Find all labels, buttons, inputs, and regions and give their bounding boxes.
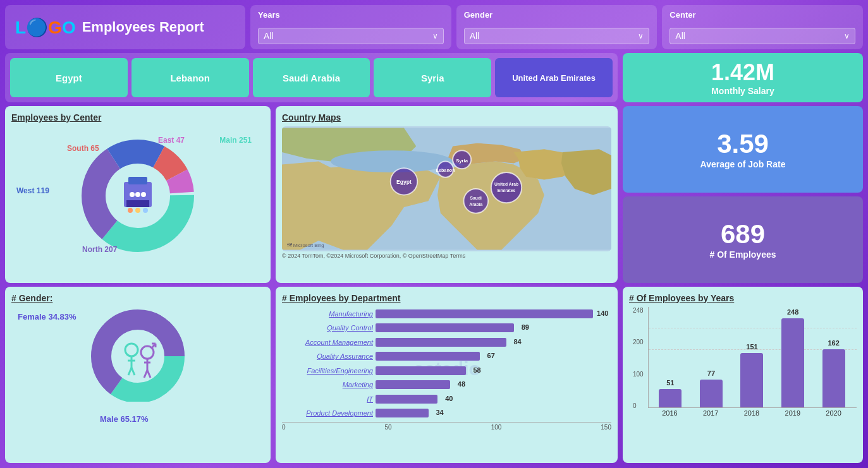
bar-track: 67	[376, 352, 609, 361]
bar-value: 89	[522, 323, 529, 331]
logo-l: L	[15, 18, 26, 37]
bar-label: Quality Assurance	[284, 352, 373, 360]
bar-value: 40	[445, 395, 453, 402]
logo-title: L🔵GO Employees Report	[5, 5, 245, 49]
y-248: 248	[633, 307, 644, 314]
tab-syria[interactable]: Syria	[374, 58, 491, 97]
bar-row: Quality Assurance67	[284, 350, 609, 363]
dept-chart-title: # Employees by Department	[282, 293, 611, 303]
svg-text:Lebanon: Lebanon	[436, 167, 455, 173]
tab-saudi-arabia[interactable]: Saudi Arabia	[253, 58, 370, 97]
svg-text:Emirates: Emirates	[498, 188, 516, 193]
gender-label: Gender	[464, 10, 650, 20]
tab-uae[interactable]: United Arab Emirates	[495, 58, 613, 97]
col-chart-inner: 5177151248162	[648, 307, 857, 408]
bar-row: Facilities/Engineering58	[284, 364, 609, 377]
avg-job-rate-card: 3.59 Average of Job Rate	[623, 106, 863, 193]
svg-point-25	[464, 189, 489, 213]
gender-filter[interactable]: Gender All ∨	[456, 5, 657, 49]
bar-row: Manufacturing140	[284, 308, 609, 320]
bar-fill: 40	[376, 395, 437, 404]
svg-text:United Arab: United Arab	[494, 182, 518, 186]
gender-title: # Gender:	[11, 293, 264, 303]
label-south: South 65	[67, 144, 99, 153]
svg-point-12	[135, 208, 140, 213]
center-donut-area: East 47 South 65 West 119 Main 251 North…	[11, 126, 264, 259]
country-map-card: Country Maps	[276, 106, 618, 283]
map-title: Country Maps	[282, 112, 611, 123]
col-bar-value: 162	[828, 339, 839, 347]
dept-chart-area: ostadio Manufacturing140Quality Control8…	[282, 307, 611, 431]
bar-track: 89	[376, 323, 609, 332]
num-employees-value: 689	[721, 219, 765, 249]
svg-text:Arabia: Arabia	[469, 202, 482, 207]
years-value: All	[264, 31, 274, 41]
bar-track: 40	[376, 395, 609, 404]
col-group: 151	[734, 307, 770, 407]
label-east: East 47	[158, 136, 185, 145]
svg-text:Saudi: Saudi	[470, 196, 482, 200]
bar-fill: 48	[376, 380, 450, 389]
svg-text:Egypt: Egypt	[396, 179, 412, 185]
yearly-chart-area: 248 200 100 0 5177151248162 201620172018…	[629, 307, 857, 424]
svg-point-13	[143, 208, 148, 213]
years-filter[interactable]: Years All ∨	[250, 5, 451, 49]
map-footer: © 2024 TomTom, ©2024 Microsoft Corporati…	[282, 253, 611, 259]
col-x-label: 2020	[816, 409, 852, 417]
bar-label: Product Development	[284, 409, 373, 417]
country-row: Egypt Lebanon Saudi Arabia Syria United …	[5, 53, 863, 102]
avg-job-rate-label: Average of Job Rate	[700, 159, 786, 169]
dashboard: L🔵GO Employees Report Years All ∨ Gender…	[5, 5, 863, 463]
tab-egypt[interactable]: Egypt	[10, 58, 128, 97]
app-title: Employees Report	[82, 19, 204, 35]
col-bar-value: 248	[787, 308, 798, 316]
header-row: L🔵GO Employees Report Years All ∨ Gender…	[5, 5, 863, 49]
center-filter[interactable]: Center All ∨	[662, 5, 863, 49]
bar-fill: 89	[376, 323, 514, 332]
center-chevron-icon: ∨	[844, 32, 850, 40]
bar-row: Account Management84	[284, 336, 609, 349]
svg-text:Syria: Syria	[456, 158, 468, 164]
axis-150: 150	[601, 424, 611, 431]
gender-chevron-icon: ∨	[638, 32, 644, 40]
col-chart-bars: 5177151248162	[652, 307, 852, 407]
center-select[interactable]: All ∨	[669, 28, 855, 44]
svg-rect-6	[128, 177, 147, 184]
col-x-label: 2018	[734, 409, 770, 417]
male-label: Male 65.17%	[100, 414, 149, 424]
y-200: 200	[633, 339, 644, 345]
num-employees-card: 689 # Of Employees	[623, 196, 863, 283]
center-label: Center	[669, 10, 855, 20]
bar-fill: 34	[376, 409, 429, 417]
years-select[interactable]: All ∨	[258, 28, 444, 44]
bar-row: IT40	[284, 393, 609, 405]
bar-track: 48	[376, 380, 609, 389]
female-label: Female 34.83%	[18, 312, 76, 321]
yearly-chart-card: # Of Employees by Years 248 200 100 0 51…	[623, 287, 863, 464]
label-west: West 119	[16, 186, 49, 195]
map-area: Egypt Syria Lebanon United Arab Emirates…	[282, 126, 611, 251]
tab-lebanon[interactable]: Lebanon	[131, 58, 249, 97]
svg-line-35	[131, 368, 135, 375]
bar-row: Product Development34	[284, 407, 609, 419]
stat-cards-col: 3.59 Average of Job Rate 689 # Of Employ…	[623, 106, 863, 283]
col-x-label: 2016	[652, 409, 688, 417]
bar-fill: 67	[376, 352, 480, 361]
col-group: 248	[775, 307, 811, 407]
axis-0: 0	[282, 424, 286, 431]
axis-100: 100	[491, 424, 502, 431]
logo-g: G	[48, 18, 62, 37]
bar-label: Facilities/Engineering	[284, 367, 373, 375]
gender-value: All	[470, 31, 480, 41]
svg-rect-10	[126, 200, 149, 207]
col-x-label: 2019	[774, 409, 810, 417]
charts-row: Employees by Center	[5, 106, 863, 283]
col-x-label: 2017	[693, 409, 729, 417]
avg-job-rate-value: 3.59	[717, 129, 769, 159]
bar-label: Account Management	[284, 339, 373, 346]
bar-track: 58	[376, 366, 609, 375]
years-chevron-icon: ∨	[432, 32, 438, 40]
gender-select[interactable]: All ∨	[464, 28, 650, 44]
bar-row: Marketing48	[284, 378, 609, 391]
svg-point-31	[125, 344, 138, 356]
